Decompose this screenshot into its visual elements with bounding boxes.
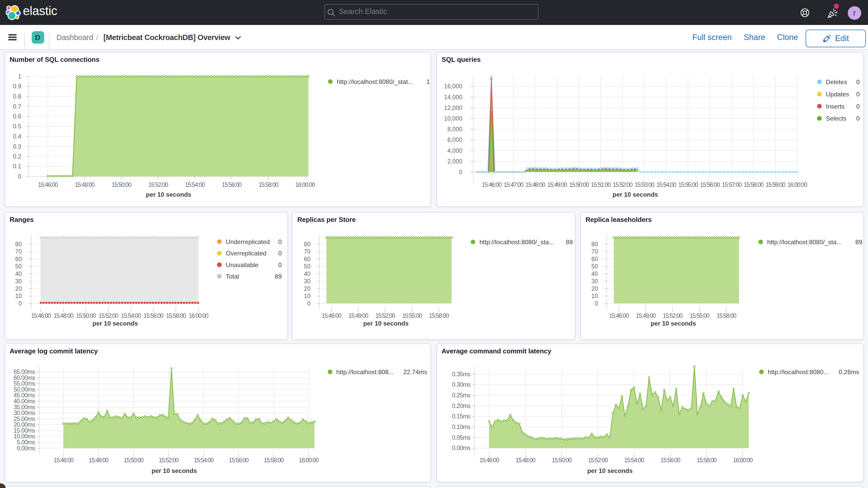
svg-text:0: 0 — [594, 300, 598, 307]
svg-text:15:58:00: 15:58:00 — [429, 312, 449, 319]
svg-text:per 10 seconds: per 10 seconds — [587, 467, 632, 474]
svg-text:0: 0 — [856, 78, 860, 85]
svg-text:0.9: 0.9 — [13, 83, 21, 89]
svg-text:15:57:00: 15:57:00 — [722, 181, 741, 188]
svg-text:50: 50 — [15, 263, 22, 270]
svg-text:15:50:00: 15:50:00 — [569, 181, 589, 188]
svg-text:http://localhost:8080...: http://localhost:8080... — [768, 368, 829, 375]
svg-text:15:52:00: 15:52:00 — [662, 312, 682, 319]
svg-text:Selects: Selects — [826, 115, 846, 122]
svg-text:15:54:00: 15:54:00 — [656, 181, 676, 188]
svg-text:15:52:00: 15:52:00 — [98, 312, 118, 319]
svg-text:15.00ms: 15.00ms — [13, 427, 35, 434]
svg-text:15:56:00: 15:56:00 — [143, 312, 163, 319]
svg-text:70: 70 — [591, 248, 598, 255]
svg-text:15:46:00: 15:46:00 — [609, 312, 628, 319]
svg-text:15:48:00: 15:48:00 — [74, 181, 94, 188]
svg-text:0.00ms: 0.00ms — [452, 445, 470, 451]
svg-text:16:00:00: 16:00:00 — [733, 457, 752, 464]
svg-text:15:58:00: 15:58:00 — [716, 312, 736, 319]
svg-text:0.05ms: 0.05ms — [452, 434, 470, 441]
svg-text:0: 0 — [856, 103, 860, 110]
svg-text:60: 60 — [591, 255, 598, 262]
svg-text:89: 89 — [274, 273, 281, 280]
svg-text:15:55:00: 15:55:00 — [402, 312, 422, 319]
svg-text:16:00:00: 16:00:00 — [299, 457, 318, 464]
svg-text:0.10ms: 0.10ms — [452, 424, 470, 430]
svg-text:0.30ms: 0.30ms — [452, 381, 470, 388]
svg-text:0.7: 0.7 — [13, 103, 21, 110]
svg-text:15:56:00: 15:56:00 — [228, 457, 248, 464]
svg-text:25.00ms: 25.00ms — [13, 416, 35, 422]
svg-text:15:48:00: 15:48:00 — [53, 312, 73, 319]
svg-text:15:46:00: 15:46:00 — [31, 312, 51, 319]
svg-text:http://localhost:8080/_sta...: http://localhost:8080/_sta... — [767, 238, 841, 245]
svg-text:0: 0 — [278, 261, 281, 268]
svg-text:0: 0 — [18, 173, 21, 180]
svg-text:16:00:00: 16:00:00 — [787, 181, 807, 188]
svg-text:15:56:00: 15:56:00 — [660, 457, 680, 464]
svg-text:15:46:00: 15:46:00 — [482, 181, 501, 188]
svg-text:1: 1 — [18, 73, 21, 80]
svg-text:Unavailable: Unavailable — [225, 261, 258, 268]
svg-text:per 10 seconds: per 10 seconds — [146, 191, 191, 198]
svg-text:0.26ms: 0.26ms — [838, 368, 859, 375]
svg-text:Overreplicated: Overreplicated — [225, 249, 266, 256]
svg-text:16:00:00: 16:00:00 — [188, 312, 208, 319]
svg-text:15:52:00: 15:52:00 — [148, 181, 168, 188]
svg-text:15:49:00: 15:49:00 — [547, 181, 567, 188]
svg-text:5.00ms: 5.00ms — [17, 439, 35, 446]
svg-text:15:58:00: 15:58:00 — [264, 457, 283, 464]
svg-text:per 10 seconds: per 10 seconds — [92, 319, 138, 327]
svg-text:Deletes: Deletes — [826, 78, 847, 85]
svg-text:40: 40 — [591, 270, 598, 277]
svg-text:30: 30 — [15, 277, 22, 284]
svg-text:15:50:00: 15:50:00 — [123, 457, 143, 464]
svg-text:0.25ms: 0.25ms — [452, 392, 470, 399]
svg-text:15:50:00: 15:50:00 — [76, 312, 96, 319]
svg-text:15:47:00: 15:47:00 — [503, 181, 523, 188]
svg-text:http://localhost:808...: http://localhost:808... — [336, 368, 394, 375]
svg-text:50: 50 — [591, 263, 598, 270]
svg-text:15:46:00: 15:46:00 — [53, 457, 73, 464]
svg-text:per 10 seconds: per 10 seconds — [612, 191, 658, 198]
svg-text:60: 60 — [15, 255, 22, 262]
svg-text:15:46:00: 15:46:00 — [321, 312, 341, 319]
svg-text:10.00ms: 10.00ms — [13, 433, 35, 440]
svg-text:15:55:00: 15:55:00 — [689, 312, 709, 319]
svg-text:20: 20 — [591, 285, 598, 292]
svg-text:Updates: Updates — [826, 90, 849, 97]
svg-text:15:48:00: 15:48:00 — [525, 181, 545, 188]
svg-text:0.00ms: 0.00ms — [17, 445, 35, 452]
svg-text:40.00ms: 40.00ms — [13, 398, 35, 404]
svg-text:50.00ms: 50.00ms — [13, 386, 35, 393]
svg-text:0: 0 — [856, 90, 860, 97]
svg-text:15:58:00: 15:58:00 — [696, 457, 716, 464]
svg-text:0: 0 — [307, 300, 311, 307]
svg-text:15:58:00: 15:58:00 — [744, 181, 763, 188]
svg-text:70: 70 — [15, 248, 22, 255]
svg-text:60.00ms: 60.00ms — [13, 374, 35, 381]
svg-text:10: 10 — [304, 292, 311, 299]
svg-text:15:52:00: 15:52:00 — [375, 312, 395, 319]
svg-text:4,000: 4,000 — [447, 147, 462, 154]
svg-text:89: 89 — [855, 238, 862, 245]
svg-text:15:50:00: 15:50:00 — [111, 181, 131, 188]
svg-text:1: 1 — [426, 78, 430, 85]
svg-text:15:53:00: 15:53:00 — [634, 181, 654, 188]
svg-text:http://localhost:8080/_sta...: http://localhost:8080/_sta... — [479, 238, 554, 245]
svg-text:0.1: 0.1 — [13, 163, 21, 170]
svg-text:30: 30 — [591, 277, 598, 284]
svg-text:80: 80 — [304, 241, 311, 247]
svg-text:0: 0 — [856, 115, 860, 122]
svg-text:15:52:00: 15:52:00 — [588, 457, 608, 464]
svg-text:80: 80 — [591, 241, 598, 247]
svg-text:0.2: 0.2 — [13, 153, 21, 159]
svg-text:15:49:00: 15:49:00 — [348, 312, 368, 319]
svg-text:Underreplicated: Underreplicated — [225, 238, 270, 245]
svg-text:10: 10 — [15, 292, 22, 299]
svg-text:15:52:00: 15:52:00 — [613, 181, 632, 188]
svg-text:per 10 seconds: per 10 seconds — [151, 467, 197, 474]
svg-text:60: 60 — [304, 255, 311, 262]
svg-text:0: 0 — [278, 238, 281, 245]
